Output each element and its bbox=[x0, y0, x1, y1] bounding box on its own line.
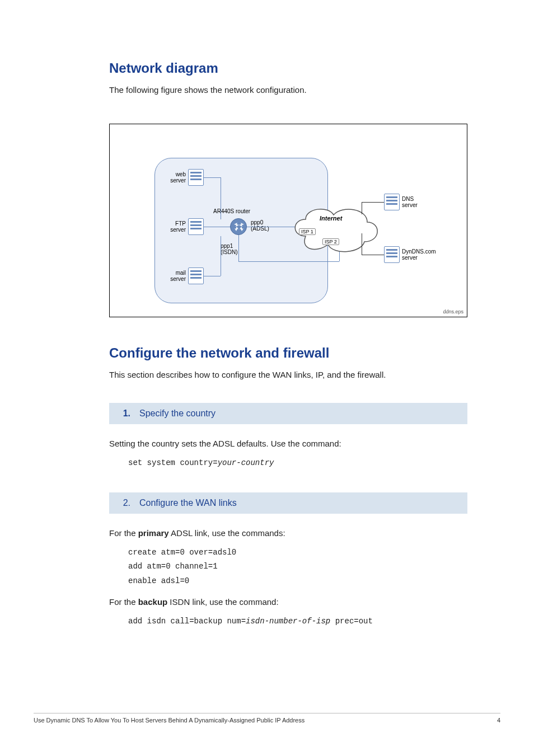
web-server-label-2: server bbox=[165, 177, 186, 184]
server-icon bbox=[384, 194, 400, 210]
ftp-server-label-2: server bbox=[165, 227, 186, 233]
internet-cloud: Internet ISP 1 ISP 2 bbox=[289, 203, 384, 259]
mail-server-label-1: mail bbox=[165, 270, 186, 276]
mail-server-node: mail server bbox=[165, 267, 204, 284]
step-1-title: Specify the country bbox=[139, 408, 216, 419]
mail-server-label-2: server bbox=[165, 276, 186, 282]
step-1-code: set system country=your-country bbox=[128, 456, 467, 470]
web-server-node: web server bbox=[165, 169, 204, 186]
isp2-tag: ISP 2 bbox=[322, 238, 339, 245]
section1-intro: The following figure shows the network c… bbox=[109, 84, 467, 96]
server-icon bbox=[188, 267, 204, 284]
step-2-primary-text: For the primary ADSL link, use the comma… bbox=[109, 527, 467, 539]
section2-intro: This section describes how to configure … bbox=[109, 369, 467, 381]
router-label: AR440S router bbox=[213, 208, 250, 214]
step-1-text: Setting the country sets the ADSL defaul… bbox=[109, 438, 467, 449]
step-2-title: Configure the WAN links bbox=[139, 498, 237, 508]
router-node bbox=[230, 218, 247, 235]
footer-title: Use Dynamic DNS To Allow You To Host Ser… bbox=[34, 717, 305, 724]
dyndns-server-label-2: server bbox=[402, 255, 436, 261]
step-2-primary-code: create atm=0 over=adsl0 add atm=0 channe… bbox=[128, 546, 467, 588]
step-2-number: 2. bbox=[118, 498, 130, 508]
iface-ppp0: ppp0 (ADSL) bbox=[251, 219, 269, 232]
ftp-server-label-1: FTP bbox=[165, 220, 186, 227]
main-content: Network diagram The following figure sho… bbox=[109, 60, 467, 632]
dyndns-server-node: DynDNS.com server bbox=[384, 246, 436, 263]
cloud-label: Internet bbox=[320, 215, 342, 222]
step-2-backup-text: For the backup ISDN link, use the comman… bbox=[109, 596, 467, 608]
footer-page-number: 4 bbox=[497, 717, 500, 724]
server-icon bbox=[188, 169, 204, 186]
dns-server-label-2: server bbox=[402, 202, 418, 208]
web-server-label-1: web bbox=[165, 171, 186, 177]
step-2-heading: 2. Configure the WAN links bbox=[109, 492, 467, 514]
isp1-tag: ISP 1 bbox=[299, 228, 316, 235]
dyndns-server-label-1: DynDNS.com bbox=[402, 248, 436, 255]
dns-server-node: DNS server bbox=[384, 194, 418, 210]
network-diagram-figure: web server FTP server mail server bbox=[109, 124, 467, 317]
router-icon bbox=[230, 218, 247, 235]
iface-ppp1: ppp1 (ISDN) bbox=[221, 243, 238, 255]
step-2-backup-code: add isdn call=backup num=isdn-number-of-… bbox=[128, 614, 467, 628]
page-footer: Use Dynamic DNS To Allow You To Host Ser… bbox=[34, 713, 500, 724]
server-icon bbox=[188, 218, 204, 235]
server-icon bbox=[384, 246, 400, 263]
diagram-filename: ddns.eps bbox=[443, 309, 463, 314]
step-1-heading: 1. Specify the country bbox=[109, 403, 467, 424]
step-1-number: 1. bbox=[118, 408, 130, 419]
ftp-server-node: FTP server bbox=[165, 218, 204, 235]
dns-server-label-1: DNS bbox=[402, 196, 418, 202]
section-heading-configure: Configure the network and firewall bbox=[109, 345, 467, 361]
section-heading-network-diagram: Network diagram bbox=[109, 60, 467, 76]
